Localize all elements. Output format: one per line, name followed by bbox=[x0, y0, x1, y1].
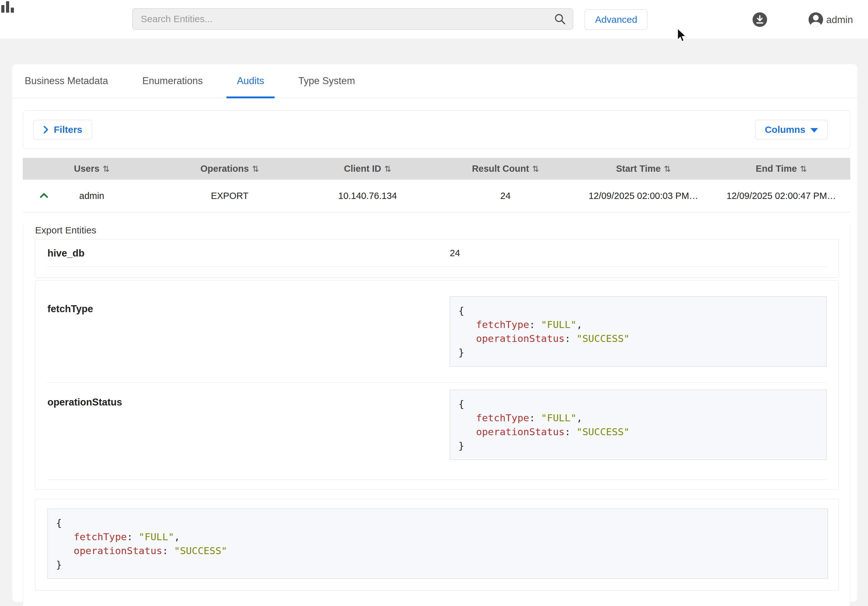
json-comma: , bbox=[577, 319, 582, 330]
sort-icon[interactable]: ⇅ bbox=[102, 164, 110, 174]
json-comma: , bbox=[174, 531, 180, 542]
json-value: "FULL" bbox=[138, 531, 174, 542]
sort-icon[interactable]: ⇅ bbox=[800, 164, 807, 174]
sort-icon[interactable]: ⇅ bbox=[384, 164, 391, 174]
header-label: End Time bbox=[756, 164, 797, 174]
brace: } bbox=[56, 559, 62, 570]
json-value: "SUCCESS" bbox=[174, 545, 227, 556]
filters-button[interactable]: Filters bbox=[33, 120, 92, 139]
section-divider bbox=[48, 479, 826, 480]
json-colon: : bbox=[529, 319, 541, 330]
table-toolbar: Filters Columns bbox=[23, 110, 850, 149]
json-colon: : bbox=[127, 531, 138, 542]
admin-content-card: Business Metadata Enumerations Audits Ty… bbox=[12, 64, 857, 602]
fetchtype-section: fetchType { fetchType: "FULL", operation… bbox=[48, 281, 826, 367]
column-header-users[interactable]: Users⇅ bbox=[23, 164, 161, 174]
column-header-start-time[interactable]: Start Time⇅ bbox=[575, 164, 712, 174]
app-screen: Advanced admin Business Metadata Enumera… bbox=[0, 0, 868, 606]
entity-type-label: hive_db bbox=[48, 248, 450, 259]
json-colon: : bbox=[162, 545, 174, 556]
brace: { bbox=[458, 305, 464, 316]
brace: } bbox=[458, 347, 464, 358]
entity-count-box: hive_db 24 bbox=[35, 239, 839, 278]
brace: } bbox=[458, 440, 464, 451]
tab-bar: Business Metadata Enumerations Audits Ty… bbox=[12, 64, 857, 98]
fetchtype-json-block: { fetchType: "FULL", operationStatus: "S… bbox=[450, 296, 826, 367]
json-colon: : bbox=[565, 333, 577, 344]
brace: { bbox=[458, 398, 464, 409]
json-key: operationStatus bbox=[74, 545, 162, 556]
export-params-box: fetchType { fetchType: "FULL", operation… bbox=[35, 280, 839, 490]
audit-table-header: Users⇅ Operations⇅ Client ID⇅ Result Cou… bbox=[23, 158, 850, 180]
search-input[interactable] bbox=[132, 8, 573, 30]
cell-client-id: 10.140.76.134 bbox=[299, 191, 437, 201]
column-header-operations[interactable]: Operations⇅ bbox=[161, 164, 299, 174]
json-key: operationStatus bbox=[476, 333, 565, 344]
sort-icon[interactable]: ⇅ bbox=[252, 164, 259, 174]
json-colon: : bbox=[529, 412, 541, 423]
search-wrap bbox=[132, 8, 573, 30]
json-colon: : bbox=[565, 426, 577, 437]
cell-result-count: 24 bbox=[437, 191, 575, 201]
tab-business-metadata[interactable]: Business Metadata bbox=[14, 64, 119, 98]
json-key: fetchType bbox=[74, 531, 127, 542]
export-result-box: { fetchType: "FULL", operationStatus: "S… bbox=[35, 499, 839, 591]
column-header-end-time[interactable]: End Time⇅ bbox=[712, 164, 850, 174]
entity-count-value: 24 bbox=[450, 248, 460, 259]
header-label: Operations bbox=[200, 164, 249, 174]
header-label: Result Count bbox=[472, 164, 529, 174]
json-key: fetchType bbox=[476, 319, 529, 330]
brace: { bbox=[56, 517, 62, 529]
json-key: operationStatus bbox=[476, 426, 565, 437]
statistics-bar-chart-icon[interactable] bbox=[0, 0, 14, 12]
json-value: "FULL" bbox=[541, 319, 577, 330]
search-icon[interactable] bbox=[553, 12, 566, 25]
cell-operations: EXPORT bbox=[161, 191, 299, 201]
user-avatar-icon[interactable] bbox=[809, 12, 823, 27]
json-value: "FULL" bbox=[541, 412, 577, 423]
columns-dropdown-button[interactable]: Columns bbox=[755, 120, 828, 139]
mouse-cursor-icon bbox=[677, 28, 688, 43]
bar-left bbox=[1, 5, 5, 12]
json-value: "SUCCESS" bbox=[577, 426, 629, 437]
column-header-result-count[interactable]: Result Count⇅ bbox=[437, 164, 575, 174]
avatar-shoulders bbox=[811, 22, 821, 27]
top-bar: Advanced admin bbox=[0, 0, 868, 39]
result-json-block: { fetchType: "FULL", operationStatus: "S… bbox=[48, 508, 828, 579]
chevron-right-icon bbox=[43, 125, 49, 135]
export-entities-title: Export Entities bbox=[35, 225, 839, 236]
entity-count-row: hive_db 24 bbox=[48, 249, 826, 267]
operationstatus-json-block: { fetchType: "FULL", operationStatus: "S… bbox=[450, 390, 826, 460]
bar-middle bbox=[6, 1, 9, 12]
fetchtype-label: fetchType bbox=[48, 296, 450, 367]
header-label: Start Time bbox=[616, 164, 660, 174]
caret-down-icon bbox=[811, 128, 818, 133]
tab-audits[interactable]: Audits bbox=[226, 64, 274, 98]
cell-end-time: 12/09/2025 02:00:47 PM… bbox=[712, 191, 850, 201]
column-header-client-id[interactable]: Client ID⇅ bbox=[299, 164, 437, 174]
json-key: fetchType bbox=[476, 412, 529, 423]
json-value: "SUCCESS" bbox=[577, 333, 629, 344]
tab-enumerations[interactable]: Enumerations bbox=[132, 64, 213, 98]
avatar-head bbox=[813, 15, 818, 20]
audit-table-row[interactable]: admin EXPORT 10.140.76.134 24 12/09/2025… bbox=[23, 180, 850, 212]
operationstatus-label: operationStatus bbox=[48, 390, 450, 460]
filters-button-label: Filters bbox=[54, 124, 82, 135]
columns-button-label: Columns bbox=[765, 124, 805, 135]
cell-start-time: 12/09/2025 02:00:03 PM… bbox=[575, 191, 712, 201]
advanced-search-button[interactable]: Advanced bbox=[584, 9, 648, 30]
bar-right bbox=[11, 8, 14, 12]
sort-icon[interactable]: ⇅ bbox=[664, 164, 671, 174]
header-label: Users bbox=[74, 164, 100, 174]
audit-detail-panel: Export Entities hive_db 24 fetchType { f… bbox=[23, 225, 850, 606]
header-label: Client ID bbox=[344, 164, 381, 174]
username-label[interactable]: admin bbox=[826, 14, 853, 26]
json-comma: , bbox=[577, 412, 582, 423]
tab-type-system[interactable]: Type System bbox=[288, 64, 365, 98]
collapse-chevron-up-icon[interactable] bbox=[39, 192, 49, 198]
download-icon[interactable] bbox=[753, 12, 767, 27]
sort-icon[interactable]: ⇅ bbox=[532, 164, 539, 174]
operationstatus-section: operationStatus { fetchType: "FULL", ope… bbox=[48, 383, 826, 460]
